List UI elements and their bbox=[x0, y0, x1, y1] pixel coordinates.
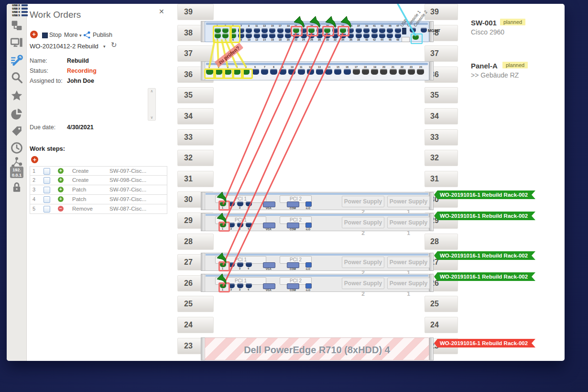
console-port-1[interactable] bbox=[410, 28, 416, 33]
add-step-button[interactable]: + bbox=[31, 156, 38, 163]
panel-port-23[interactable] bbox=[408, 69, 415, 75]
server-port-4[interactable] bbox=[246, 262, 252, 267]
panel-port-17[interactable] bbox=[353, 69, 360, 75]
switch-port-12[interactable] bbox=[254, 34, 260, 38]
refresh-icon[interactable]: ↺ bbox=[111, 41, 117, 49]
work-step-row[interactable]: 2+CreateSW-098-Cisc... bbox=[30, 176, 167, 185]
power-supply-1[interactable]: Power Supply 1 bbox=[387, 278, 430, 289]
panel-port-20[interactable] bbox=[380, 69, 387, 75]
usb-connector[interactable] bbox=[402, 28, 406, 34]
work-step-row[interactable]: 3+PatchSW-097-Cisc... bbox=[30, 185, 167, 195]
server-port-4[interactable] bbox=[246, 283, 252, 288]
usb-connector[interactable] bbox=[22, 11, 28, 13]
mgmt-port[interactable] bbox=[421, 28, 427, 33]
scroll-down-icon[interactable]: ∨ bbox=[148, 115, 155, 120]
switch-port-16[interactable] bbox=[269, 34, 275, 38]
publish-button[interactable]: Publish bbox=[93, 32, 112, 38]
usb-connector[interactable] bbox=[22, 14, 28, 16]
work-order-ribbon-u23[interactable]: WO-20191016-1 Rebuild Rack-002 bbox=[434, 339, 535, 347]
panel-port-22[interactable] bbox=[399, 69, 406, 75]
topology-icon[interactable] bbox=[11, 20, 23, 32]
switch-port-45[interactable] bbox=[387, 28, 393, 33]
switch-port-10[interactable] bbox=[246, 34, 252, 38]
history-clock-icon[interactable] bbox=[11, 142, 23, 154]
favorites-icon[interactable] bbox=[11, 90, 23, 102]
panel-port-10[interactable] bbox=[288, 69, 295, 75]
more-button[interactable]: More ▾ bbox=[64, 32, 82, 38]
switch-port-38[interactable] bbox=[356, 34, 362, 38]
server-port-4[interactable] bbox=[246, 223, 252, 227]
panel-port-24[interactable] bbox=[417, 69, 424, 75]
switch-port-42[interactable] bbox=[371, 34, 378, 38]
work-order-ribbon-u26[interactable]: WO-20191016-1 Rebuild Rack-002 bbox=[434, 272, 535, 281]
step-checkbox[interactable] bbox=[44, 206, 50, 213]
work-order-ribbon-u29[interactable]: WO-20191016-1 Rebuild Rack-002 bbox=[434, 212, 535, 220]
panel-port-19[interactable] bbox=[371, 69, 378, 75]
panel-scrollbar[interactable]: ∧∨ bbox=[148, 88, 156, 121]
scroll-up-icon[interactable]: ∧ bbox=[148, 89, 155, 93]
switch-port-43[interactable] bbox=[379, 28, 385, 33]
search-icon[interactable] bbox=[11, 71, 23, 84]
power-supply-2[interactable]: Power Supply 2 bbox=[342, 217, 384, 228]
step-checkbox[interactable] bbox=[44, 187, 50, 193]
add-work-order-button[interactable]: + bbox=[30, 31, 38, 38]
panel-port-18[interactable] bbox=[362, 69, 369, 75]
work-order-ribbon-u27[interactable]: WO-20191016-1 Rebuild Rack-002 bbox=[434, 251, 535, 260]
server-port-3[interactable] bbox=[237, 262, 243, 267]
panel-port-9[interactable] bbox=[279, 69, 286, 75]
switch-port-47[interactable] bbox=[395, 28, 401, 33]
switch-port-41[interactable] bbox=[371, 28, 378, 33]
step-checkbox[interactable] bbox=[44, 168, 50, 175]
work-step-row[interactable]: 1+CreateSW-097-Cisc... bbox=[30, 166, 167, 176]
power-supply-2[interactable]: Power Supply 2 bbox=[342, 278, 384, 289]
switch-port-18[interactable] bbox=[277, 34, 283, 38]
work-order-selector[interactable]: WO-20210412-2 Rebuild bbox=[30, 43, 98, 50]
ilo-port[interactable] bbox=[305, 223, 312, 228]
switch-port-14[interactable] bbox=[261, 34, 268, 38]
panel-port-16[interactable] bbox=[344, 69, 351, 75]
lock-icon[interactable] bbox=[11, 181, 23, 193]
reports-pie-icon[interactable] bbox=[11, 108, 23, 120]
switch-port-11[interactable] bbox=[254, 28, 260, 33]
panel-port-13[interactable] bbox=[316, 69, 323, 75]
tags-icon[interactable] bbox=[11, 125, 23, 137]
computers-icon[interactable] bbox=[11, 37, 23, 49]
panel-port-8[interactable] bbox=[270, 69, 277, 75]
server-port-3[interactable] bbox=[237, 283, 243, 288]
switch-port-39[interactable] bbox=[363, 28, 370, 33]
ilo-port[interactable] bbox=[305, 283, 312, 289]
switch-port-44[interactable] bbox=[379, 34, 385, 38]
power-supply-1[interactable]: Power Supply 1 bbox=[387, 257, 430, 268]
switch-port-40[interactable] bbox=[363, 34, 370, 38]
ilo-port[interactable] bbox=[305, 202, 312, 207]
panel-port-11[interactable] bbox=[298, 69, 305, 75]
usb-connector[interactable] bbox=[22, 8, 28, 10]
work-step-row[interactable]: 5−RemoveSW-087-Cisc... bbox=[30, 204, 167, 214]
step-checkbox[interactable] bbox=[44, 177, 50, 184]
power-supply-1[interactable]: Power Supply 1 bbox=[387, 217, 430, 228]
power-supply-2[interactable]: Power Supply 2 bbox=[342, 196, 384, 207]
usb-connector[interactable] bbox=[22, 4, 28, 6]
panel-port-15[interactable] bbox=[334, 69, 341, 75]
switch-port-15[interactable] bbox=[269, 28, 275, 33]
dell-server-planned-removal[interactable]: Dell PowerEdge R710 (8xHDD) 4 bbox=[205, 337, 429, 360]
power-supply-2[interactable]: Power Supply 2 bbox=[342, 257, 384, 268]
switch-port-48[interactable] bbox=[395, 34, 401, 38]
work-orders-icon[interactable] bbox=[11, 54, 23, 67]
switch-port-9[interactable] bbox=[246, 28, 252, 33]
server-port-4[interactable] bbox=[246, 202, 252, 206]
panel-port-12[interactable] bbox=[307, 69, 314, 75]
stop-button[interactable]: Stop bbox=[49, 32, 62, 38]
work-order-ribbon-u30[interactable]: WO-20191016-1 Rebuild Rack-002 bbox=[434, 190, 535, 199]
mode-button[interactable] bbox=[402, 37, 410, 42]
switch-port-13[interactable] bbox=[261, 28, 268, 33]
step-checkbox[interactable] bbox=[44, 196, 50, 203]
panel-port-21[interactable] bbox=[390, 69, 397, 75]
ip-address-icon[interactable]: 192. 0.0.1 bbox=[10, 167, 23, 178]
panel-port-7[interactable] bbox=[261, 69, 268, 75]
server-port-3[interactable] bbox=[237, 223, 243, 227]
work-step-row[interactable]: 4+PatchSW-097-Cisc... bbox=[30, 195, 167, 204]
power-supply-1[interactable]: Power Supply 1 bbox=[387, 196, 430, 207]
switch-port-37[interactable] bbox=[356, 28, 362, 33]
panel-port-14[interactable] bbox=[325, 69, 332, 75]
